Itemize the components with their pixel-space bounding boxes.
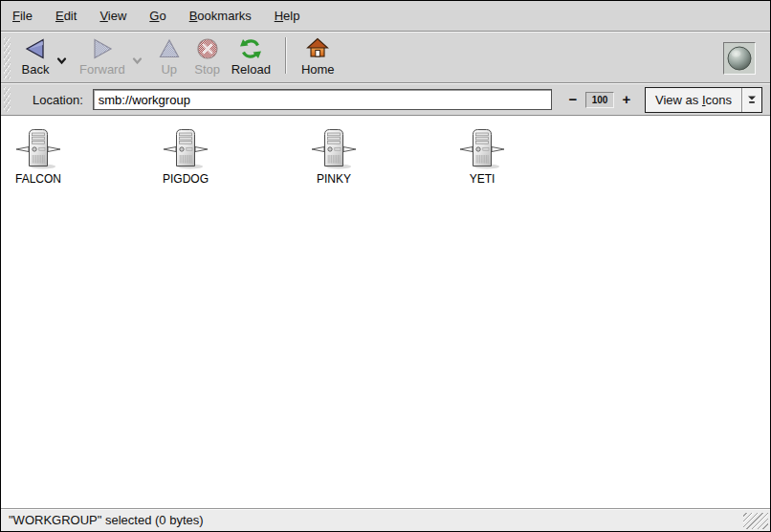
throbber <box>723 42 756 75</box>
menu-bookmarks-rest: ookmarks <box>197 9 251 23</box>
menu-bookmarks[interactable]: Bookmarks <box>182 6 259 26</box>
zoom-out-button[interactable]: − <box>564 91 582 108</box>
menu-help[interactable]: Help <box>267 6 308 26</box>
menu-file-accel: F <box>12 9 20 23</box>
reload-label: Reload <box>231 62 271 77</box>
location-bar: Location: − 100 + View as Icons <box>1 84 770 116</box>
back-history-dropdown[interactable] <box>55 34 69 68</box>
up-icon <box>157 36 182 61</box>
home-label: Home <box>301 62 335 77</box>
view-as-arrow-cell <box>741 88 761 112</box>
dropdown-arrow-icon <box>747 95 757 104</box>
view-as-rest: cons <box>706 93 732 107</box>
menu-view-rest: iew <box>108 9 127 23</box>
location-input[interactable] <box>93 89 552 110</box>
menu-view-accel: V <box>99 9 107 23</box>
server-item-label: FALCON <box>1 172 76 186</box>
toolbar-separator <box>285 37 287 74</box>
menu-file[interactable]: File <box>5 6 40 26</box>
location-label: Location: <box>33 93 83 107</box>
stop-button[interactable]: Stop <box>188 34 227 77</box>
home-button[interactable]: Home <box>297 34 340 77</box>
up-label: Up <box>161 62 177 77</box>
view-as-select[interactable]: View as Icons <box>645 87 762 113</box>
chevron-down-icon <box>56 57 67 65</box>
server-icon <box>459 127 505 171</box>
file-manager-window: File Edit View Go Bookmarks Help Back Fo… <box>0 0 771 532</box>
menu-bar: File Edit View Go Bookmarks Help <box>1 1 770 31</box>
menu-edit-accel: E <box>55 9 64 23</box>
stop-label: Stop <box>194 62 220 77</box>
menu-go[interactable]: Go <box>142 6 173 26</box>
server-item-pinky[interactable]: PINKY <box>297 127 371 186</box>
view-as-label: View as Icons <box>646 88 741 112</box>
toolbar-drag-handle[interactable] <box>4 37 11 79</box>
menu-view[interactable]: View <box>92 6 134 26</box>
forward-history-dropdown[interactable] <box>130 34 144 68</box>
up-button[interactable]: Up <box>150 34 188 77</box>
zoom-level-indicator: 100 <box>585 92 614 108</box>
back-label: Back <box>22 62 50 77</box>
stop-icon <box>195 36 220 61</box>
server-item-falcon[interactable]: FALCON <box>1 127 76 186</box>
locationbar-drag-handle[interactable] <box>4 87 11 112</box>
server-icon <box>15 127 61 171</box>
server-item-label: YETI <box>445 172 519 186</box>
server-item-yeti[interactable]: YETI <box>445 127 519 186</box>
throbber-globe-icon <box>726 45 753 72</box>
back-icon <box>23 36 48 61</box>
server-item-label: PINKY <box>297 172 371 186</box>
menu-go-accel: G <box>149 9 159 23</box>
view-as-pre: View as <box>655 93 702 107</box>
menu-edit-rest: dit <box>64 9 77 23</box>
server-item-label: PIGDOG <box>148 172 223 186</box>
forward-icon <box>90 36 115 61</box>
menu-help-rest: elp <box>283 9 299 23</box>
back-button[interactable]: Back <box>16 34 55 77</box>
status-text: "WORKGROUP" selected (0 bytes) <box>9 513 204 527</box>
resize-grip[interactable] <box>743 513 768 529</box>
server-icon <box>163 127 209 171</box>
forward-button[interactable]: Forward <box>75 34 130 77</box>
icon-view: FALCON PIGDOG PINKY YETI <box>1 116 770 508</box>
reload-icon <box>238 36 263 61</box>
chevron-down-icon <box>132 57 143 65</box>
menu-help-accel: H <box>275 9 283 23</box>
reload-button[interactable]: Reload <box>227 34 275 77</box>
status-bar: "WORKGROUP" selected (0 bytes) <box>1 508 770 531</box>
menu-edit[interactable]: Edit <box>48 6 84 26</box>
toolbar: Back Forward Up <box>1 33 770 82</box>
menu-file-rest: ile <box>20 9 33 23</box>
home-icon <box>305 36 330 61</box>
server-item-pigdog[interactable]: PIGDOG <box>148 127 223 186</box>
zoom-in-button[interactable]: + <box>618 91 635 108</box>
menu-go-rest: o <box>159 9 165 23</box>
forward-label: Forward <box>79 62 125 77</box>
server-icon <box>311 127 357 171</box>
